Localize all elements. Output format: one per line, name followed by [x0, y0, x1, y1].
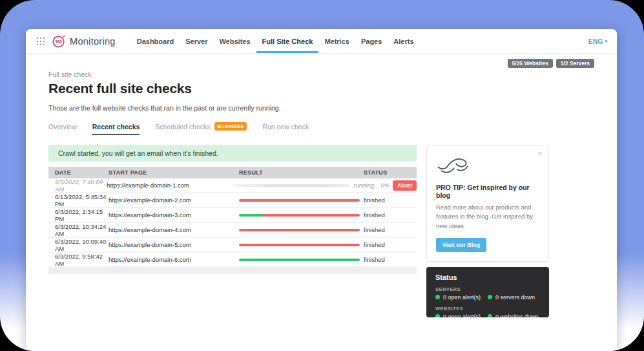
tab-overview[interactable]: Overview: [48, 122, 77, 135]
check-start-page: https://example-domain-5.com: [109, 241, 239, 248]
abort-button[interactable]: Abort: [393, 180, 417, 191]
chevron-down-icon: ▾: [605, 39, 607, 43]
tab-scheduled-checks-label: Scheduled checks: [155, 123, 210, 131]
page-subtitle: Those are the full website checks that r…: [48, 104, 594, 112]
page-title: Recent full site checks: [48, 81, 594, 96]
usage-badges: 5/25 Websites 1/2 Servers: [48, 54, 594, 68]
tab-run-new-check[interactable]: Run new check: [262, 122, 309, 135]
close-icon[interactable]: ×: [537, 149, 543, 158]
page-content: 5/25 Websites 1/2 Servers Full site chec…: [26, 54, 617, 317]
business-badge: BUSINESS: [214, 122, 247, 131]
check-status: running... 0%: [353, 182, 390, 189]
svg-text:360: 360: [55, 39, 62, 43]
status-card: Status SERVERS 0 open alert(s) 0 servers…: [426, 267, 549, 317]
checks-table: DATE START PAGE RESULT STATUS 9/5/2022, …: [48, 167, 417, 274]
status-item: 0 websites down: [488, 314, 540, 317]
status-item: 0 servers down: [488, 294, 540, 301]
marketing-background: 360 Monitoring Dashboard Server Websites…: [0, 0, 644, 351]
check-date: 9/5/2022, 7:48:09 AM: [48, 178, 107, 193]
main-column: Crawl started, you will get an email whe…: [48, 145, 417, 274]
nav-item-full-site-check[interactable]: Full Site Check: [256, 29, 319, 53]
result-progress-bar: [239, 259, 360, 261]
servers-count-badge[interactable]: 1/2 Servers: [556, 59, 594, 68]
table-row: 6/3/2022, 10:09:40 AM https://example-do…: [48, 238, 417, 253]
result-progress-bar: [239, 214, 360, 217]
green-status-dot: [435, 314, 440, 317]
nav-item-pages[interactable]: Pages: [355, 29, 388, 53]
column-header-result: RESULT: [239, 169, 364, 176]
status-item: 0 open alert(s): [435, 294, 488, 301]
column-header-status: STATUS: [364, 169, 417, 176]
status-item: 0 open alert(s): [435, 314, 488, 317]
table-row: 6/3/2022, 10:34:24 AM https://example-do…: [48, 223, 417, 238]
result-progress-bar: [239, 244, 360, 246]
check-start-page: https://example-domain-6.com: [109, 256, 239, 263]
check-status: finished: [364, 211, 385, 218]
check-start-page: https://example-domain-3.com: [109, 211, 239, 218]
visit-blog-button[interactable]: Visit our Blog: [436, 238, 486, 252]
status-section-servers: SERVERS: [435, 286, 540, 292]
status-card-title: Status: [435, 273, 540, 281]
success-banner: Crawl started, you will get an email whe…: [48, 145, 417, 162]
table-row: 6/3/2022, 2:34:15 PM https://example-dom…: [48, 208, 417, 223]
table-row: 6/13/2022, 5:45:34 PM https://example-do…: [48, 193, 417, 208]
result-progress-bar: [239, 229, 360, 231]
table-header-row: DATE START PAGE RESULT STATUS: [48, 167, 417, 178]
tab-scheduled-checks[interactable]: Scheduled checks BUSINESS: [155, 122, 247, 135]
green-status-dot: [488, 295, 492, 299]
main-nav: Dashboard Server Websites Full Site Chec…: [131, 29, 420, 53]
nav-item-websites[interactable]: Websites: [213, 29, 256, 53]
brand-name: Monitoring: [70, 36, 116, 47]
nav-item-dashboard[interactable]: Dashboard: [131, 29, 180, 53]
nav-item-alerts[interactable]: Alerts: [388, 29, 419, 53]
tab-recent-checks[interactable]: Recent checks: [92, 122, 140, 135]
logo-360-monitoring[interactable]: 360 Monitoring: [52, 35, 116, 48]
check-date: 6/3/2022, 9:58:42 AM: [48, 253, 109, 267]
pro-tip-title: PRO TIP: Get inspired by our blog: [436, 184, 539, 199]
apps-grid-icon[interactable]: [37, 37, 45, 45]
result-progress-bar: [239, 199, 360, 202]
check-date: 6/3/2022, 10:34:24 AM: [48, 223, 109, 237]
check-start-page: https://example-domain-4.com: [109, 226, 239, 233]
status-section-websites: WEBSITES: [435, 306, 540, 312]
logo-360-icon: 360: [52, 35, 66, 48]
check-status: finished: [364, 241, 385, 248]
column-header-start-page: START PAGE: [109, 169, 239, 176]
result-progress-bar: [233, 184, 350, 187]
table-row: 9/5/2022, 7:48:09 AM https://example-dom…: [48, 178, 417, 193]
nav-left-group: 360 Monitoring: [37, 29, 116, 53]
nav-right-group: ENG ▾: [588, 29, 607, 53]
app-window: 360 Monitoring Dashboard Server Websites…: [26, 29, 617, 351]
pro-tip-card: × PRO TIP: Get inspired by our blog Read…: [426, 145, 549, 262]
websites-count-badge[interactable]: 5/25 Websites: [508, 59, 553, 68]
pro-tip-body: Read more about our products and feature…: [436, 203, 539, 231]
tab-bar: Overview Recent checks Scheduled checks …: [48, 122, 594, 135]
top-navbar: 360 Monitoring Dashboard Server Websites…: [26, 29, 617, 54]
check-date: 6/3/2022, 10:09:40 AM: [48, 238, 109, 252]
check-date: 6/13/2022, 5:45:34 PM: [48, 193, 109, 207]
language-selector[interactable]: ENG ▾: [588, 37, 607, 45]
check-status: finished: [364, 226, 385, 233]
table-row-partial: [48, 268, 417, 274]
doodle-hands-icon: [436, 154, 470, 175]
nav-item-metrics[interactable]: Metrics: [318, 29, 355, 53]
column-header-date: DATE: [48, 169, 109, 176]
sidebar-column: × PRO TIP: Get inspired by our blog Read…: [426, 145, 549, 317]
table-row: 6/3/2022, 9:58:42 AM https://example-dom…: [48, 253, 417, 268]
green-status-dot: [435, 295, 440, 299]
green-status-dot: [488, 314, 492, 317]
check-date: 6/3/2022, 2:34:15 PM: [48, 208, 109, 222]
nav-item-server[interactable]: Server: [180, 29, 213, 53]
language-label: ENG: [588, 37, 603, 45]
check-status: finished: [364, 197, 385, 204]
content-columns: Crawl started, you will get an email whe…: [48, 145, 594, 317]
check-start-page: https://example-domain-1.com: [107, 182, 233, 189]
breadcrumb: Full site check: [48, 70, 594, 78]
check-start-page: https://example-domain-2.com: [109, 197, 239, 204]
check-status: finished: [364, 256, 385, 263]
